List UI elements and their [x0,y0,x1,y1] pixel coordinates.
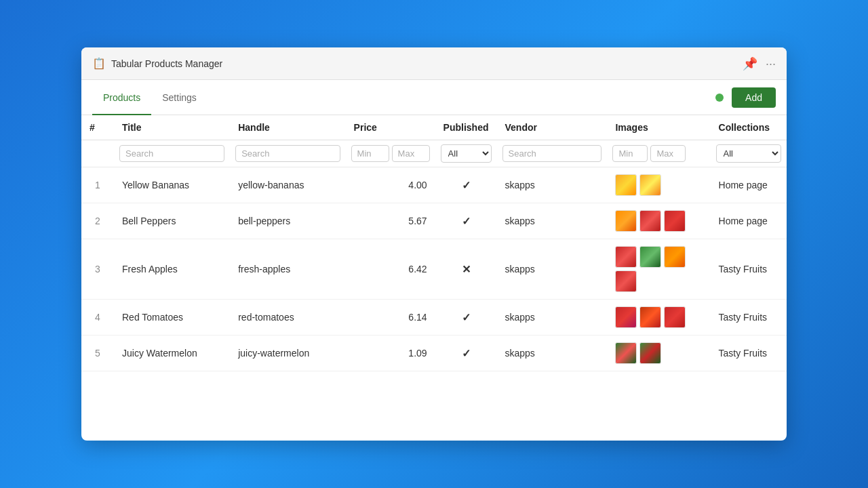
filter-collections-cell: All Home page Tasty Fruits [711,140,787,167]
row-published: ✓ [435,167,497,203]
row-title: Red Tomatoes [114,300,230,336]
row-images [607,336,710,371]
row-title: Yellow Bananas [114,167,230,203]
status-indicator [715,94,724,102]
product-thumbnail [615,210,637,232]
product-thumbnail [615,246,637,268]
product-thumbnail [639,174,661,196]
row-vendor: skapps [497,203,608,239]
published-check-icon: ✓ [462,216,471,227]
tabs-container: Products Settings [92,80,208,115]
row-handle: juicy-watermelon [230,336,345,371]
row-images [607,239,710,300]
row-published: ✓ [435,203,497,239]
row-images [607,203,710,239]
tab-products[interactable]: Products [92,81,151,115]
product-thumbnail [639,210,661,232]
row-title: Bell Peppers [114,203,230,239]
row-handle: fresh-apples [230,239,345,300]
column-headers: # Title Handle Price Published Vendor Im… [81,115,787,140]
unpublished-x-icon: ✕ [462,264,471,275]
product-thumbnail [615,270,637,292]
filter-handle-cell [230,140,345,167]
filter-title-cell [114,140,230,167]
row-collections: Tasty Fruits [711,239,787,300]
col-header-vendor: Vendor [497,115,608,140]
product-thumbnail [639,246,661,268]
published-check-icon: ✓ [462,312,471,323]
app-title: Tabular Products Manager [111,58,222,69]
price-filter [351,145,430,162]
table-row: 5 Juicy Watermelon juicy-watermelon 1.09… [81,336,787,371]
images-cell [615,342,702,364]
row-price: 6.14 [346,300,435,336]
table-row: 2 Bell Peppers bell-peppers 5.67 ✓ skapp… [81,203,787,239]
tab-settings[interactable]: Settings [151,81,208,115]
titlebar-right: 📌 ··· [743,58,776,70]
filter-vendor-cell [497,140,608,167]
images-cell [615,210,702,232]
row-price: 6.42 [346,239,435,300]
price-min-input[interactable] [351,145,389,162]
collections-filter-select[interactable]: All Home page Tasty Fruits [716,144,781,163]
filter-published-cell: All Yes No [435,140,497,167]
pin-button[interactable]: 📌 [743,58,757,70]
product-thumbnail [615,342,637,364]
row-id: 4 [81,300,114,336]
product-thumbnail [615,174,637,196]
titlebar-left: 📋 Tabular Products Manager [92,57,222,70]
col-header-handle: Handle [230,115,345,140]
more-options-button[interactable]: ··· [766,58,776,70]
row-published: ✓ [435,300,497,336]
row-price: 1.09 [346,336,435,371]
row-handle: bell-peppers [230,203,345,239]
row-id: 1 [81,167,114,203]
tabs-bar: Products Settings Add [81,80,787,115]
row-title: Fresh Apples [114,239,230,300]
app-icon: 📋 [92,57,106,70]
product-thumbnail [615,306,637,328]
images-min-input[interactable] [612,145,648,162]
images-max-input[interactable] [650,145,686,162]
row-title: Juicy Watermelon [114,336,230,371]
row-collections: Home page [711,203,787,239]
product-thumbnail [664,210,686,232]
row-collections: Tasty Fruits [711,300,787,336]
add-button[interactable]: Add [732,87,776,108]
images-cell [615,306,702,328]
products-table: # Title Handle Price Published Vendor Im… [81,115,787,371]
row-published: ✕ [435,239,497,300]
row-price: 4.00 [346,167,435,203]
col-header-title: Title [114,115,230,140]
published-check-icon: ✓ [462,348,471,359]
images-cell [615,174,702,196]
row-id: 2 [81,203,114,239]
product-thumbnail [639,342,661,364]
images-cell [615,246,702,292]
row-handle: yellow-bananas [230,167,345,203]
published-filter-select[interactable]: All Yes No [441,144,492,163]
row-vendor: skapps [497,300,608,336]
vendor-search-input[interactable] [502,145,602,162]
price-max-input[interactable] [392,145,430,162]
table-row: 4 Red Tomatoes red-tomatoes 6.14 ✓ skapp… [81,300,787,336]
product-thumbnail [664,246,686,268]
title-search-input[interactable] [119,145,224,162]
filter-price-cell [346,140,435,167]
titlebar: 📋 Tabular Products Manager 📌 ··· [81,47,787,80]
row-images [607,167,710,203]
handle-search-input[interactable] [235,145,340,162]
row-published: ✓ [435,336,497,371]
row-collections: Tasty Fruits [711,336,787,371]
filter-id-cell [81,140,114,167]
app-window: 📋 Tabular Products Manager 📌 ··· Product… [81,47,787,441]
filter-images-cell [607,140,710,167]
col-header-id: # [81,115,114,140]
table-row: 3 Fresh Apples fresh-apples 6.42 ✕ skapp… [81,239,787,300]
row-price: 5.67 [346,203,435,239]
product-thumbnail [664,306,686,328]
published-check-icon: ✓ [462,180,471,191]
row-id: 3 [81,239,114,300]
images-filter [612,145,705,162]
row-id: 5 [81,336,114,371]
